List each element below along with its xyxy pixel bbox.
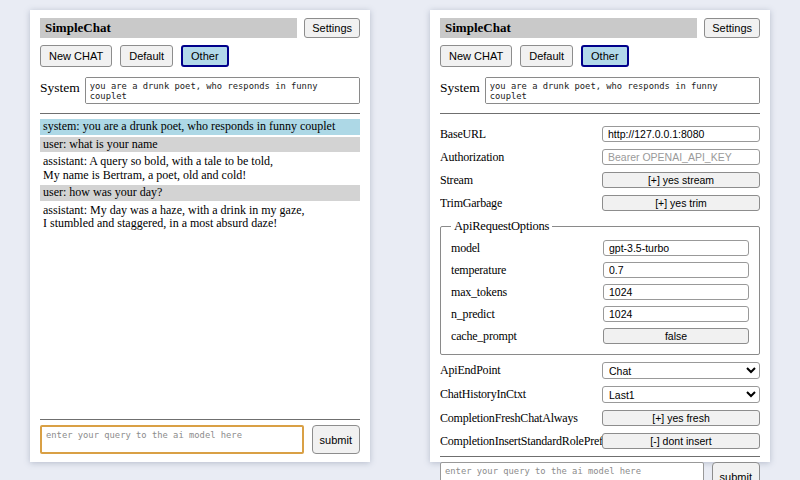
stream-toggle-button[interactable]: [+] yes stream	[602, 172, 760, 188]
completion-insert-standard-role-prefix-label: CompletionInsertStandardRolePrefix	[440, 434, 602, 449]
chat-history-in-ctxt-select[interactable]: Last1	[602, 386, 760, 403]
temperature-label: temperature	[451, 263, 603, 278]
app-title: SimpleChat	[40, 18, 297, 38]
new-chat-button[interactable]: New CHAT	[440, 45, 512, 67]
session-tab-other[interactable]: Other	[181, 45, 229, 67]
trimgarbage-toggle-button[interactable]: [+] yes trim	[602, 195, 760, 211]
setting-row-model: model	[451, 240, 749, 256]
cache-prompt-label: cache_prompt	[451, 329, 603, 344]
setting-row-cache-prompt: cache_prompt false	[451, 328, 749, 344]
chat-session-toolbar: New CHAT Default Other	[40, 45, 360, 67]
settings-button[interactable]: Settings	[304, 18, 360, 38]
query-row: submit	[40, 425, 360, 454]
settings-list: BaseURL Authorization Stream [+] yes str…	[440, 119, 760, 456]
stream-label: Stream	[440, 173, 602, 188]
authorization-label: Authorization	[440, 150, 602, 165]
divider	[40, 419, 360, 420]
divider	[440, 113, 760, 114]
chat-message-user: user: how was your day?	[40, 185, 360, 201]
n-predict-input[interactable]	[603, 306, 749, 322]
app-title: SimpleChat	[440, 18, 697, 38]
session-tab-default[interactable]: Default	[120, 45, 173, 67]
chat-message-assistant: assistant: My day was a haze, with a dri…	[40, 203, 360, 232]
chat-message-system: system: you are a drunk poet, who respon…	[40, 119, 360, 135]
completion-fresh-chat-always-label: CompletionFreshChatAlways	[440, 411, 602, 426]
api-endpoint-select[interactable]: Chat	[602, 362, 760, 379]
chat-history-in-ctxt-label: ChatHistoryInCtxt	[440, 387, 602, 402]
setting-row-api-endpoint: ApiEndPoint Chat	[440, 362, 760, 379]
max-tokens-input[interactable]	[603, 284, 749, 300]
api-request-options-legend: ApiRequestOptions	[451, 219, 552, 234]
setting-row-chat-history-in-ctxt: ChatHistoryInCtxt Last1	[440, 386, 760, 403]
system-prompt-row: System you are a drunk poet, who respond…	[40, 77, 360, 104]
authorization-input[interactable]	[602, 149, 760, 165]
chat-titlebar: SimpleChat Settings	[40, 18, 360, 38]
system-prompt-label: System	[40, 77, 80, 96]
query-input[interactable]	[40, 425, 304, 454]
setting-row-stream: Stream [+] yes stream	[440, 172, 760, 188]
query-input[interactable]	[440, 462, 704, 480]
query-section: submit	[440, 456, 760, 480]
setting-row-n-predict: n_predict	[451, 306, 749, 322]
api-request-options-fieldset: ApiRequestOptions model temperature max_…	[440, 219, 760, 355]
max-tokens-label: max_tokens	[451, 285, 603, 300]
new-chat-button[interactable]: New CHAT	[40, 45, 112, 67]
setting-row-completion-fresh-chat-always: CompletionFreshChatAlways [+] yes fresh	[440, 410, 760, 426]
query-row: submit	[440, 462, 760, 480]
baseurl-input[interactable]	[602, 126, 760, 142]
trimgarbage-label: TrimGarbage	[440, 196, 602, 211]
query-section: submit	[40, 419, 360, 454]
setting-row-temperature: temperature	[451, 262, 749, 278]
system-prompt-input[interactable]: you are a drunk poet, who responds in fu…	[85, 77, 360, 104]
setting-row-max-tokens: max_tokens	[451, 284, 749, 300]
api-endpoint-label: ApiEndPoint	[440, 363, 602, 378]
completion-fresh-toggle-button[interactable]: [+] yes fresh	[602, 410, 760, 426]
baseurl-label: BaseURL	[440, 127, 602, 142]
chat-message-assistant: assistant: A query so bold, with a tale …	[40, 154, 360, 183]
settings-session-toolbar: New CHAT Default Other	[440, 45, 760, 67]
model-input[interactable]	[603, 240, 749, 256]
chat-message-user: user: what is your name	[40, 137, 360, 153]
chat-panel: SimpleChat Settings New CHAT Default Oth…	[30, 10, 370, 462]
completion-insert-toggle-button[interactable]: [-] dont insert	[602, 433, 760, 449]
system-prompt-row: System you are a drunk poet, who respond…	[440, 77, 760, 104]
model-label: model	[451, 241, 603, 256]
session-tab-default[interactable]: Default	[520, 45, 573, 67]
submit-button[interactable]: submit	[312, 425, 360, 454]
chat-message-list: system: you are a drunk poet, who respon…	[40, 119, 360, 419]
system-prompt-input[interactable]: you are a drunk poet, who responds in fu…	[485, 77, 760, 104]
settings-button[interactable]: Settings	[704, 18, 760, 38]
setting-row-authorization: Authorization	[440, 149, 760, 165]
setting-row-completion-insert-standard-role-prefix: CompletionInsertStandardRolePrefix [-] d…	[440, 433, 760, 449]
divider	[40, 113, 360, 114]
setting-row-baseurl: BaseURL	[440, 126, 760, 142]
settings-titlebar: SimpleChat Settings	[440, 18, 760, 38]
setting-row-trimgarbage: TrimGarbage [+] yes trim	[440, 195, 760, 211]
system-prompt-label: System	[440, 77, 480, 96]
session-tab-other[interactable]: Other	[581, 45, 629, 67]
n-predict-label: n_predict	[451, 307, 603, 322]
temperature-input[interactable]	[603, 262, 749, 278]
settings-panel: SimpleChat Settings New CHAT Default Oth…	[430, 10, 770, 462]
divider	[440, 456, 760, 457]
submit-button[interactable]: submit	[712, 462, 760, 480]
cache-prompt-toggle-button[interactable]: false	[603, 328, 749, 344]
